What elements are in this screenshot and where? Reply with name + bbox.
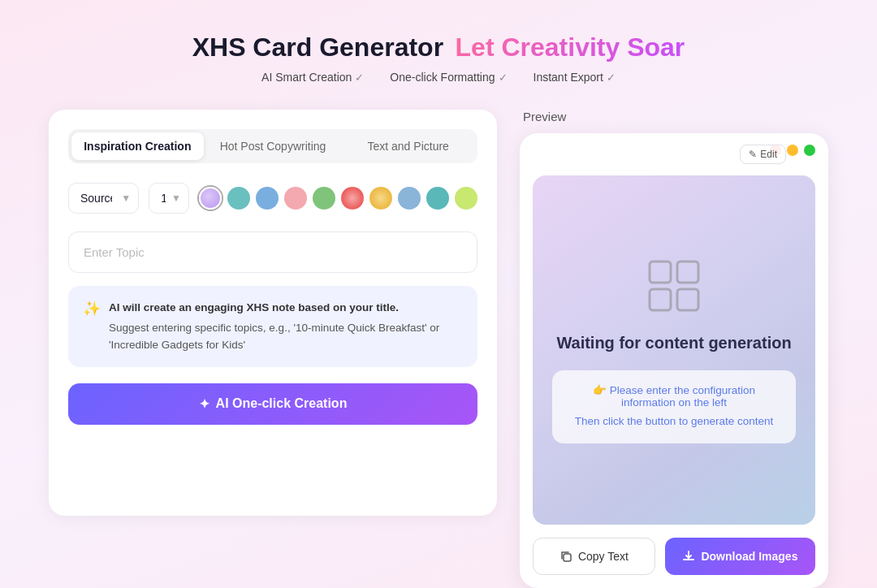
color-swatch-4[interactable] [313,187,335,210]
topic-input[interactable] [68,231,477,273]
edit-label: Edit [760,149,777,160]
cta-label: AI One-click Creation [216,396,348,411]
hint-line2: Suggest entering specific topics, e.g., … [109,322,439,352]
hint-box: ✨ AI will create an engaging XHS note ba… [68,286,477,367]
color-swatch-5[interactable] [341,187,364,210]
preview-label: Preview [520,110,828,123]
color-swatch-7[interactable] [398,187,421,210]
grid-icon [645,257,703,315]
color-swatch-2[interactable] [256,187,279,210]
pencil-icon: ✎ [749,149,757,160]
hint-line1: AI will create an engaging XHS note base… [109,299,463,317]
hint-icon: ✨ [83,300,101,318]
check-icon-2: ✓ [499,71,508,84]
color-swatch-3[interactable] [284,187,307,210]
check-icon-3: ✓ [607,71,616,84]
feature-export-label: Instant Export [534,71,603,84]
cta-button[interactable]: ✦ AI One-click Creation [68,383,477,425]
color-palette [199,187,477,210]
size-select-input[interactable]: 16px 14px 18px 20px [149,183,189,214]
traffic-light-green [804,145,815,156]
color-swatch-6[interactable] [369,187,392,210]
app-title: XHS Card Generator [192,32,443,62]
copy-button[interactable]: Copy Text [533,538,655,575]
edit-button[interactable]: ✎ Edit [740,145,786,164]
font-selector[interactable]: Source Han Sans Arial Georgia ▼ [68,183,139,214]
color-swatch-8[interactable] [426,187,449,210]
feature-format: One-click Formatting ✓ [390,71,507,84]
tab-hot-post[interactable]: Hot Post Copywriting [207,132,339,160]
tab-inspiration[interactable]: Inspiration Creation [71,132,204,160]
header-title-row: XHS Card Generator Let Creativity Soar [49,32,828,63]
size-selector[interactable]: 16px 14px 18px 20px ▼ [149,183,189,214]
color-swatch-0[interactable] [199,187,222,210]
controls-row: Source Han Sans Arial Georgia ▼ 16px 14p… [68,183,477,214]
check-icon-1: ✓ [355,71,364,84]
copy-label: Copy Text [578,550,629,563]
feature-ai-label: AI Smart Creation [261,71,352,84]
color-swatch-1[interactable] [227,187,250,210]
svg-rect-3 [677,289,698,310]
sparkle-icon: ✦ [199,396,210,412]
feature-format-label: One-click Formatting [390,71,495,84]
waiting-title: Waiting for content generation [556,331,791,354]
color-swatch-9[interactable] [455,187,477,210]
copy-icon [559,550,572,563]
svg-rect-1 [677,262,698,283]
feature-ai: AI Smart Creation ✓ [261,71,364,84]
tab-text-picture[interactable]: Text and Picture [342,132,474,160]
header: XHS Card Generator Let Creativity Soar A… [49,32,828,84]
info-line1: 👉 Please enter the configuration informa… [567,383,781,409]
feature-export: Instant Export ✓ [534,71,616,84]
preview-card-inner: Waiting for content generation 👉 Please … [533,175,815,525]
bottom-actions: Copy Text Download Images [533,538,815,575]
svg-rect-2 [650,289,671,310]
hint-header: ✨ AI will create an engaging XHS note ba… [83,299,463,354]
topic-input-wrapper [68,231,477,273]
svg-rect-0 [650,262,671,283]
download-icon [682,550,695,563]
feature-list: AI Smart Creation ✓ One-click Formatting… [49,71,828,84]
preview-card-outer: ✎ Edit Waiting for content generation 👉 … [520,133,828,588]
main-layout: Inspiration Creation Hot Post Copywritin… [49,110,828,588]
tab-bar: Inspiration Creation Hot Post Copywritin… [68,129,477,163]
download-label: Download Images [701,550,797,563]
info-line2: Then click the button to generate conten… [567,413,781,430]
left-panel: Inspiration Creation Hot Post Copywritin… [49,110,497,516]
app-title-accent: Let Creativity Soar [456,32,685,62]
svg-rect-4 [564,554,571,561]
download-button[interactable]: Download Images [665,538,815,575]
info-box: 👉 Please enter the configuration informa… [552,370,796,443]
right-panel: Preview ✎ Edit [520,110,828,588]
hint-text: AI will create an engaging XHS note base… [109,299,463,354]
page-wrapper: XHS Card Generator Let Creativity Soar A… [0,0,877,588]
font-select-input[interactable]: Source Han Sans Arial Georgia [68,183,139,214]
traffic-light-yellow [787,145,798,156]
